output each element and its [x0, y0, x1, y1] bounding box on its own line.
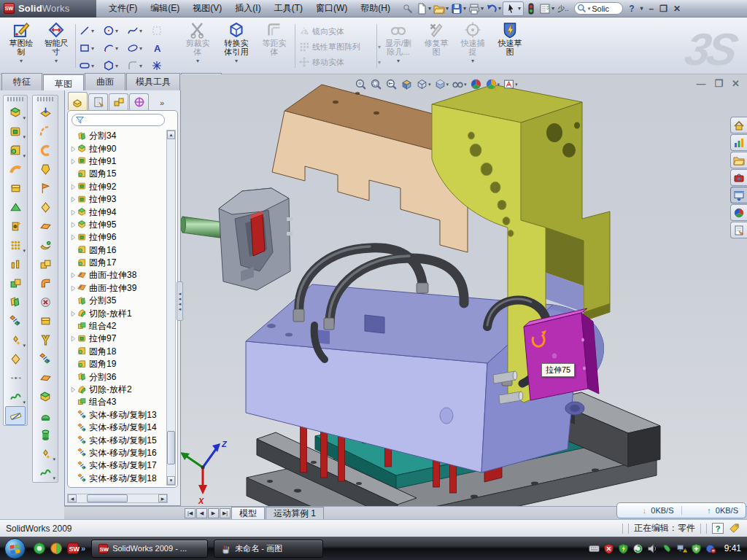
configurationmanager-tab[interactable] [109, 93, 128, 110]
menu-item-3[interactable]: 插入(I) [228, 0, 267, 17]
hscroll-thumb[interactable] [87, 494, 128, 502]
network-speed-widget[interactable]: ↓ 0KB/S ↑ 0KB/S [616, 502, 746, 518]
doc-nav-next-button[interactable]: ▶ [208, 508, 219, 518]
menu-item-5[interactable]: 窗口(W) [309, 0, 354, 17]
fillet-button[interactable]: ▾ [5, 141, 26, 160]
input-keyboard-tray-icon[interactable] [589, 543, 600, 554]
tree-item-组合42[interactable]: 组合42 [69, 320, 169, 332]
panel-overflow-chevron[interactable]: » [160, 98, 164, 110]
extrude-cut-button[interactable]: ▾ [5, 122, 26, 141]
cavity-button[interactable] [35, 387, 55, 406]
split-line-button[interactable] [35, 122, 55, 141]
sketch-text-button[interactable]: A [151, 41, 163, 55]
arc-button[interactable]: ▾ [103, 41, 118, 55]
doc-nav-last-button[interactable]: ▶| [220, 508, 231, 518]
tree-item-拉伸97[interactable]: 拉伸97 [69, 332, 169, 345]
boss-button[interactable] [5, 179, 26, 198]
pin-button[interactable] [401, 1, 414, 16]
rapid-sketch-button[interactable]: 快速草图 [492, 21, 528, 56]
menu-item-2[interactable]: 视图(V) [186, 0, 228, 17]
resources-tab[interactable] [730, 117, 747, 133]
tree-item-圆角16[interactable]: 圆角16 [69, 244, 169, 257]
quick-snaps-button[interactable]: 快速捕捉▾ [455, 21, 490, 66]
point-button[interactable] [151, 58, 163, 73]
select-button[interactable]: ▾ [503, 1, 524, 16]
menu-item-0[interactable]: 文件(F) [102, 0, 144, 17]
tree-item-圆角15[interactable]: 圆角15 [69, 168, 169, 180]
update-service-tray-icon[interactable] [632, 543, 643, 554]
extrude-boss-button[interactable]: ▾ [5, 103, 26, 122]
tree-item-实体-移动/复制16[interactable]: 实体-移动/复制16 [69, 447, 169, 459]
edit-appearance-button[interactable] [470, 78, 482, 90]
antivirus-quick-icon[interactable] [50, 542, 63, 555]
solidworks-launcher-quick-icon[interactable]: SW [66, 542, 80, 555]
security-alert-tray-icon[interactable] [603, 543, 614, 554]
help-dropdown[interactable]: ▾ [640, 5, 643, 12]
insert-feature-b-button[interactable]: ▾ [35, 444, 55, 463]
model-part-side-block[interactable] [524, 308, 599, 400]
move-surface-button[interactable] [35, 349, 55, 368]
slot-button[interactable]: ▾ [79, 58, 94, 73]
doc-restore-button[interactable]: ❐ [714, 78, 723, 89]
scroll-down-button[interactable]: ▼ [167, 476, 175, 485]
tree-item-实体-移动/复制13[interactable]: 实体-移动/复制13 [69, 409, 169, 421]
ribbon-tab-1[interactable]: 草图 [43, 74, 84, 90]
doc-tab-0[interactable]: 模型 [231, 507, 265, 519]
insert-feature-button[interactable]: ▾ [5, 330, 26, 349]
draft-button[interactable] [5, 198, 26, 217]
scroll-right-button[interactable]: ▶ [158, 494, 167, 502]
save-button[interactable]: ▾ [450, 1, 467, 16]
doc-close-button[interactable]: ✕ [732, 78, 740, 89]
messenger-quick-icon[interactable] [33, 542, 46, 555]
reference-plane-button[interactable] [5, 349, 26, 368]
featuremanager-tab[interactable] [68, 92, 88, 110]
antivirus-shield-tray-icon[interactable] [618, 543, 629, 554]
apply-scene-button[interactable]: ▾ [485, 78, 500, 90]
repair-sketch-button[interactable]: 修复草图 [419, 21, 454, 56]
tree-item-曲面-拉伸39[interactable]: 曲面-拉伸39 [69, 282, 169, 295]
print-button[interactable]: ▾ [468, 1, 484, 16]
model-part-cavity-block[interactable] [219, 188, 293, 290]
shut-off-surface-button[interactable] [35, 198, 55, 217]
spline-button[interactable]: ▾ [127, 23, 142, 38]
graphics-area[interactable]: Y Z X ▾▾▾▾▾ — ❐ ✕ 拉伸75 [181, 74, 747, 506]
doc-tab-1[interactable]: 运动算例 1 [266, 507, 324, 519]
new-document-button[interactable]: ▾ [415, 1, 432, 16]
doc-nav-first-button[interactable]: |◀ [185, 508, 196, 518]
tooling-split-button[interactable] [35, 311, 55, 330]
tree-item-切除-放样1[interactable]: 切除-放样1 [69, 307, 169, 319]
dome-button[interactable] [35, 406, 55, 425]
help-button[interactable]: ? [629, 4, 634, 14]
toolbar-overflow[interactable]: 少.. [557, 4, 569, 14]
doc-minimize-button[interactable]: — [696, 78, 705, 89]
ribbon-tab-0[interactable]: 特征 [1, 73, 42, 90]
tree-item-分割36[interactable]: 分割36 [69, 370, 169, 383]
tree-item-拉伸94[interactable]: 拉伸94 [69, 206, 169, 218]
curve-b-button[interactable]: ▾ [35, 463, 55, 482]
tree-item-拉伸95[interactable]: 拉伸95 [69, 219, 169, 231]
minimize-button[interactable]: – [649, 4, 654, 14]
solidworks-window-task-button[interactable]: SWSolidWorks 2009 - ... [91, 540, 208, 558]
connection-tray-icon[interactable] [662, 543, 673, 554]
tree-item-拉伸96[interactable]: 拉伸96 [69, 231, 169, 244]
draft-analysis-button[interactable] [35, 160, 55, 179]
scroll-thumb[interactable] [167, 431, 175, 464]
smart-dimension-button[interactable]: 智能尺寸▾ [39, 21, 73, 66]
line-button[interactable]: ▾ [79, 23, 94, 38]
tree-item-实体-移动/复制18[interactable]: 实体-移动/复制18 [69, 472, 169, 485]
reference-axis-button[interactable] [5, 368, 26, 387]
rectangle-button[interactable]: ▾ [79, 41, 94, 55]
dimxpertmanager-tab[interactable] [129, 93, 149, 110]
sync-paused-tray-icon[interactable] [705, 543, 716, 554]
tag-icon[interactable] [729, 523, 740, 534]
tree-item-曲面-拉伸38[interactable]: 曲面-拉伸38 [69, 269, 169, 281]
move-copy-body-button[interactable] [5, 311, 26, 330]
parting-line-button[interactable] [35, 179, 55, 198]
options-button[interactable]: ▾ [538, 1, 555, 16]
file-explorer-tab[interactable] [730, 152, 747, 168]
tree-item-拉伸92[interactable]: 拉伸92 [69, 181, 169, 193]
model-viewport-scene[interactable]: Y Z X [181, 74, 747, 506]
custom-properties-tab[interactable] [730, 222, 747, 238]
section-view-button[interactable] [400, 78, 413, 90]
toolbox-tab[interactable] [730, 169, 747, 186]
